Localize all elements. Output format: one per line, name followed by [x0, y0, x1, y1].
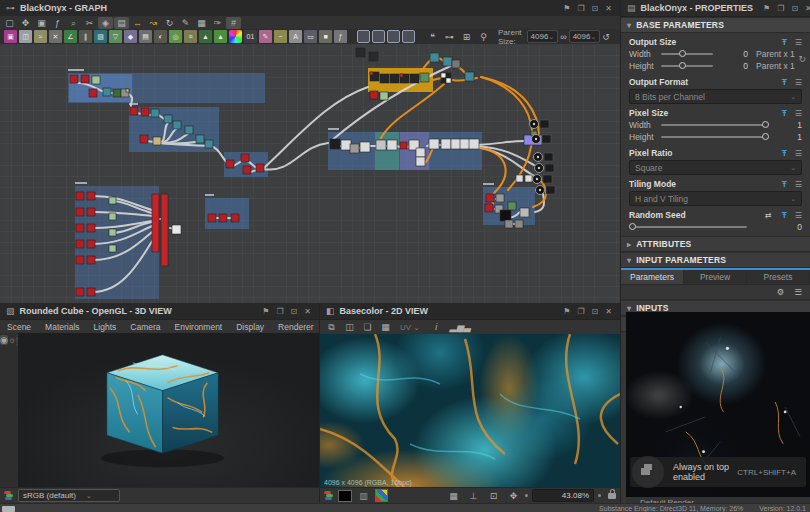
pixel-width-value[interactable]: 1: [784, 120, 802, 130]
channels-icon[interactable]: ▥: [356, 490, 371, 502]
width-slider[interactable]: [661, 53, 713, 55]
hsl-node-icon[interactable]: ◎: [169, 30, 182, 43]
normal-map-node-icon[interactable]: ▲: [214, 30, 227, 43]
gear-icon[interactable]: ⚙: [777, 287, 785, 297]
menu-environment[interactable]: Environment: [168, 322, 230, 332]
rounded-cube-mesh[interactable]: [18, 333, 319, 488]
parameter-menu-icon[interactable]: ☰: [795, 149, 802, 158]
zoom-level-field[interactable]: 43.08%: [532, 489, 594, 502]
view3d-viewport[interactable]: [18, 333, 319, 488]
pin-icon[interactable]: ⚑: [763, 4, 770, 13]
graph-view-icon[interactable]: ◈: [98, 17, 113, 29]
image-node-icon[interactable]: ▦: [194, 17, 209, 29]
tab-presets[interactable]: Presets: [747, 270, 810, 284]
pixel-height-slider[interactable]: [661, 136, 769, 138]
float-icon[interactable]: ❐: [577, 307, 584, 316]
export-icon[interactable]: ⧉: [324, 321, 339, 333]
node-graph[interactable]: [0, 44, 620, 303]
expose-parameter-icon[interactable]: Ŧ: [782, 77, 787, 87]
float-icon[interactable]: ❐: [777, 4, 784, 13]
parameter-menu-icon[interactable]: ☰: [795, 78, 802, 87]
rotate-links-icon[interactable]: ↻: [162, 17, 177, 29]
fx-map-node-icon[interactable]: ◆: [124, 30, 137, 43]
list-options-icon[interactable]: ☰: [794, 287, 802, 297]
parent-size-width-select[interactable]: 4096 ⌄: [527, 30, 559, 43]
grid-snap-icon[interactable]: #: [226, 17, 241, 29]
tab-preview[interactable]: Preview: [684, 270, 747, 284]
light-icon[interactable]: ☼: [8, 335, 16, 345]
height-slider-knob[interactable]: [679, 62, 686, 69]
dot-node-icon[interactable]: ⊶: [442, 31, 457, 43]
reset-size-icon[interactable]: ↺: [602, 31, 610, 43]
thumbnails-icon[interactable]: ▤: [114, 17, 129, 29]
properties-titlebar[interactable]: ▤ BlackOnyx - PROPERTIES ⚑ ❐ ⊡ ✕: [621, 0, 810, 17]
video-camera-icon[interactable]: ◉: [0, 335, 8, 345]
lock-zoom-icon[interactable]: [608, 493, 616, 499]
width-value[interactable]: 0: [730, 49, 748, 59]
expose-parameter-icon[interactable]: Ŧ: [782, 148, 787, 158]
pixel-height-knob[interactable]: [762, 133, 769, 140]
expose-parameter-icon[interactable]: Ŧ: [782, 108, 787, 118]
zoom-in-button[interactable]: [598, 494, 601, 497]
cut-links-icon[interactable]: ✂: [82, 17, 97, 29]
hsl-color-wheel-node-icon[interactable]: [229, 30, 242, 43]
pin-icon[interactable]: ⚑: [262, 307, 269, 316]
maximize-icon[interactable]: ⊡: [291, 307, 298, 316]
background-swatch[interactable]: [338, 490, 352, 502]
basecolor-texture[interactable]: 4096 x 4096 (RGBA, 16bpc): [320, 334, 620, 488]
section-attributes[interactable]: ▸ ATTRIBUTES: [621, 236, 810, 252]
expose-parameter-icon[interactable]: Ŧ: [782, 37, 787, 47]
frame-select-icon[interactable]: ▢: [2, 17, 17, 29]
parameter-menu-icon[interactable]: ☰: [795, 109, 802, 118]
screenshot-icon[interactable]: ▣: [34, 17, 49, 29]
histogram-icon[interactable]: ▂▅▃: [450, 321, 465, 333]
node-graph-canvas[interactable]: [0, 44, 621, 303]
graph-titlebar[interactable]: ⊶ BlackOnyx - GRAPH ⚑ ❐ ⊡ ✕: [0, 0, 620, 17]
menu-display[interactable]: Display: [229, 322, 271, 332]
transform-node-icon[interactable]: ▭: [304, 30, 317, 43]
text-node-icon[interactable]: A: [289, 30, 302, 43]
frame-tool-icon[interactable]: [357, 30, 370, 43]
random-seed-value[interactable]: 0: [784, 222, 802, 232]
material-preview-image[interactable]: Always on top enabled CTRL+SHIFT+A: [626, 312, 810, 497]
link-size-icon[interactable]: ∞: [560, 31, 566, 43]
section-base-parameters[interactable]: ▾ BASE PARAMETERS: [621, 17, 810, 33]
close-icon[interactable]: ✕: [805, 4, 810, 13]
paint-icon[interactable]: ✑: [210, 17, 225, 29]
random-seed-slider[interactable]: [629, 226, 747, 228]
menu-lights[interactable]: Lights: [87, 322, 124, 332]
color-profile-icon[interactable]: [4, 491, 14, 501]
output-format-select[interactable]: 8 Bits per Channel ⌄: [629, 89, 802, 104]
parent-size-height-select[interactable]: 4096 ⌄: [569, 30, 601, 43]
pin-icon[interactable]: ⚲: [476, 31, 491, 43]
uv-select[interactable]: UV ⌄: [400, 323, 420, 332]
maximize-icon[interactable]: ⊡: [592, 307, 599, 316]
channel-shuffle-node-icon[interactable]: ✕: [49, 30, 62, 43]
search-icon[interactable]: ⌕: [66, 17, 81, 29]
height-value[interactable]: 0: [730, 61, 748, 71]
value-processor-node-icon[interactable]: ƒ: [334, 30, 347, 43]
pixel-width-knob[interactable]: [762, 121, 769, 128]
transform-icon[interactable]: ▦: [378, 321, 393, 333]
levels-node-icon[interactable]: ≡: [184, 30, 197, 43]
view3d-titlebar[interactable]: ▧ Rounded Cube - OpenGL - 3D VIEW ⚑ ❐ ⊡ …: [0, 303, 319, 320]
tiling-preview-icon[interactable]: [375, 489, 388, 502]
section-input-parameters[interactable]: ▾ INPUT PARAMETERS: [621, 252, 810, 268]
warp-node-icon[interactable]: ~: [274, 30, 287, 43]
normal-node-icon[interactable]: ▲: [199, 30, 212, 43]
height-slider[interactable]: [661, 65, 713, 67]
tab-parameters[interactable]: Parameters: [621, 270, 684, 284]
directional-blur-node-icon[interactable]: ∥: [79, 30, 92, 43]
shuffle-seed-icon[interactable]: ⇄: [765, 211, 772, 220]
close-icon[interactable]: ✕: [605, 4, 612, 13]
width-slider-knob[interactable]: [679, 50, 686, 57]
float-icon[interactable]: ❐: [276, 307, 283, 316]
pixel-processor-node-icon[interactable]: 01: [244, 30, 257, 43]
maximize-icon[interactable]: ⊡: [592, 4, 599, 13]
grid-icon[interactable]: ▦: [446, 490, 461, 502]
expose-parameter-icon[interactable]: Ŧ: [782, 179, 787, 189]
tiling-mode-select[interactable]: H and V Tiling ⌄: [629, 191, 802, 206]
gradient-map-node-icon[interactable]: ▤: [139, 30, 152, 43]
fit-view-icon[interactable]: ⊡: [486, 490, 501, 502]
menu-camera[interactable]: Camera: [123, 322, 167, 332]
